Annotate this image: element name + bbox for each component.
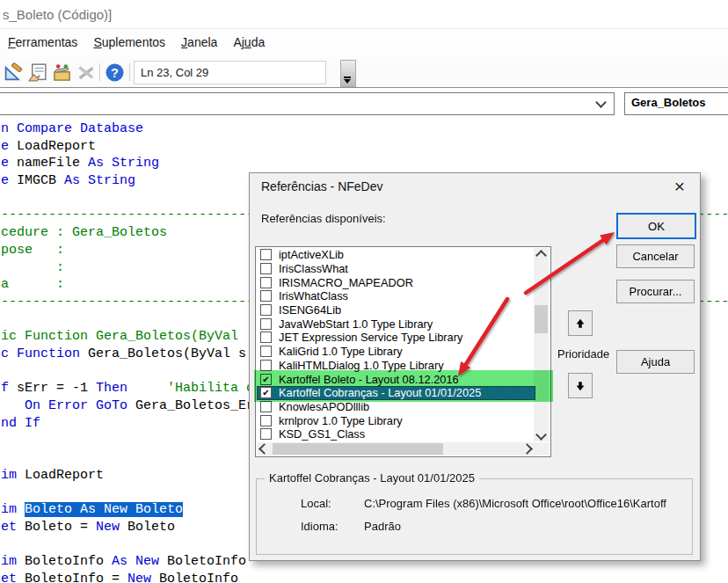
local-value: C:\Program Files (x86)\Microsoft Office\… bbox=[364, 497, 666, 510]
cursor-position-indicator: Ln 23, Col 29 bbox=[134, 61, 326, 84]
reference-row[interactable]: ✔Kartoffel Boleto - Layout 08.12.2016 bbox=[257, 372, 535, 386]
scroll-left-button[interactable] bbox=[257, 442, 271, 455]
checkbox-icon[interactable] bbox=[260, 277, 272, 288]
reference-label: Kartoffel Boleto - Layout 08.12.2016 bbox=[279, 373, 459, 386]
reference-row[interactable]: IrisClassWhat bbox=[257, 262, 535, 276]
reference-label: iptActiveXLib bbox=[279, 248, 344, 261]
browse-button[interactable]: Procurar... bbox=[616, 280, 695, 303]
dialog-titlebar[interactable]: Referências - NFeDev × bbox=[250, 173, 700, 200]
reference-row[interactable]: KSD_GS1_Class bbox=[257, 427, 535, 441]
chevron-down-icon bbox=[344, 79, 351, 84]
checkbox-icon[interactable] bbox=[260, 290, 272, 302]
vba-editor-window: { "window": { "title": "s_Boleto (Código… bbox=[0, 0, 728, 583]
vertical-scrollbar-thumb[interactable] bbox=[535, 305, 548, 333]
reference-row[interactable]: KaliGrid 1.0 Type Library bbox=[257, 345, 535, 359]
reference-label: ISENG64Lib bbox=[279, 303, 341, 317]
procedure-dropdown[interactable]: Gera_Boletos bbox=[624, 92, 728, 115]
checkbox-icon[interactable] bbox=[260, 304, 272, 316]
scrollbar-corner bbox=[534, 442, 549, 455]
cancel-button[interactable]: Cancelar bbox=[616, 244, 695, 268]
arrow-up-icon bbox=[574, 317, 586, 330]
references-rows: iptActiveXLibIrisClassWhatIRISMACRO_MAPE… bbox=[257, 248, 535, 441]
code-line: e nameFile As String bbox=[0, 155, 728, 172]
svg-text:?: ? bbox=[111, 66, 119, 80]
checkbox-checked-icon[interactable]: ✔ bbox=[260, 387, 272, 398]
reference-label: JavaWebStart 1.0 Type Library bbox=[279, 317, 433, 331]
help-button[interactable]: Ajuda bbox=[616, 350, 695, 374]
language-label: Idioma: bbox=[301, 520, 339, 533]
local-label: Local: bbox=[301, 497, 331, 510]
toolbar-separator bbox=[99, 63, 100, 81]
close-icon[interactable]: × bbox=[665, 176, 695, 198]
window-title: s_Boleto (Código)] bbox=[3, 7, 112, 22]
checkbox-icon[interactable] bbox=[260, 428, 272, 440]
toolbar-separator bbox=[129, 63, 130, 81]
toolbar-overflow-button[interactable] bbox=[340, 60, 356, 87]
horizontal-scrollbar[interactable] bbox=[257, 442, 534, 455]
checkbox-icon[interactable] bbox=[260, 263, 272, 274]
code-line: et BoletoInfo = New BoletoInfo bbox=[0, 571, 728, 583]
references-listbox[interactable]: iptActiveXLibIrisClassWhatIRISMACRO_MAPE… bbox=[255, 246, 551, 457]
reference-row[interactable]: ISENG64Lib bbox=[257, 303, 535, 317]
priority-label: Prioridade bbox=[557, 347, 609, 361]
reference-row[interactable]: iptActiveXLib bbox=[257, 248, 535, 262]
dialog-title: Referências - NFeDev bbox=[261, 179, 383, 193]
ok-button[interactable]: OK bbox=[616, 213, 696, 239]
reference-label: IrisWhatClass bbox=[279, 289, 348, 302]
reference-row[interactable]: IrisWhatClass bbox=[257, 289, 535, 303]
properties-window-icon[interactable] bbox=[27, 62, 47, 83]
reference-label: Kartoffel Cobranças - Layout 01/01/2025 bbox=[279, 386, 481, 399]
reference-row[interactable]: krnlprov 1.0 Type Library bbox=[257, 413, 535, 427]
checkbox-icon[interactable] bbox=[260, 401, 272, 412]
menu-suplementos[interactable]: Suplementos bbox=[85, 29, 173, 55]
object-dropdown[interactable] bbox=[0, 92, 615, 115]
checkbox-icon[interactable] bbox=[260, 318, 272, 330]
code-line: n Compare Database bbox=[0, 120, 728, 138]
scroll-up-button[interactable] bbox=[534, 248, 549, 262]
reference-row[interactable]: JavaWebStart 1.0 Type Library bbox=[257, 317, 535, 331]
code-window-header: Gera_Boletos bbox=[0, 91, 728, 118]
priority-down-button[interactable] bbox=[568, 373, 593, 398]
language-value: Padrão bbox=[364, 520, 401, 533]
available-references-label: Referências disponíveis: bbox=[261, 212, 386, 225]
checkbox-icon[interactable] bbox=[260, 346, 272, 357]
reference-label: JET Expression Service Type Library bbox=[279, 331, 462, 344]
reference-label: krnlprov 1.0 Type Library bbox=[279, 414, 403, 427]
reference-row[interactable]: ✔Kartoffel Cobranças - Layout 01/01/2025 bbox=[257, 386, 535, 400]
checkbox-checked-icon[interactable]: ✔ bbox=[260, 374, 272, 385]
menu-bar: FerramentasSuplementosJanelaAjuda bbox=[0, 29, 728, 58]
object-browser-icon-disabled[interactable] bbox=[76, 62, 97, 83]
checkbox-icon[interactable] bbox=[260, 249, 272, 260]
menu-ajuda[interactable]: Ajuda bbox=[225, 29, 273, 55]
reference-row[interactable]: JET Expression Service Type Library bbox=[257, 331, 535, 345]
vertical-scrollbar[interactable] bbox=[534, 248, 549, 441]
design-mode-icon[interactable] bbox=[3, 62, 23, 83]
toolbox-icon[interactable] bbox=[52, 62, 72, 83]
references-dialog: Referências - NFeDev × Referências dispo… bbox=[249, 172, 701, 561]
window-titlebar: s_Boleto (Código)] bbox=[0, 0, 728, 29]
scroll-down-button[interactable] bbox=[534, 427, 549, 441]
reference-details-legend: Kartoffel Cobranças - Layout 01/01/2025 bbox=[265, 471, 479, 485]
help-icon[interactable]: ? bbox=[105, 62, 125, 83]
reference-label: KSD_GS1_Class bbox=[279, 427, 365, 441]
reference-row[interactable]: KaliHTMLDialog 1.0 Type Library bbox=[257, 359, 535, 373]
code-line: e LoadReport bbox=[0, 138, 728, 156]
horizontal-scrollbar-thumb[interactable] bbox=[273, 443, 443, 455]
arrow-down-icon bbox=[574, 380, 586, 392]
toolbar: ? Ln 23, Col 29 bbox=[0, 58, 728, 87]
reference-label: KaliGrid 1.0 Type Library bbox=[279, 345, 403, 358]
reference-label: KaliHTMLDialog 1.0 Type Library bbox=[279, 359, 444, 372]
checkbox-icon[interactable] bbox=[260, 360, 272, 371]
chevron-down-icon bbox=[595, 97, 607, 108]
reference-label: IrisClassWhat bbox=[279, 262, 348, 275]
scroll-right-button[interactable] bbox=[520, 442, 534, 455]
menu-janela[interactable]: Janela bbox=[173, 29, 225, 55]
priority-up-button[interactable] bbox=[568, 310, 593, 336]
reference-row[interactable]: KnowlesAPODlllib bbox=[257, 400, 535, 414]
menu-ferramentas[interactable]: Ferramentas bbox=[0, 29, 85, 55]
toolbar-overflow-bar bbox=[344, 77, 351, 78]
reference-row[interactable]: IRISMACRO_MAPEADOR bbox=[257, 275, 535, 289]
checkbox-icon[interactable] bbox=[260, 332, 272, 343]
reference-label: KnowlesAPODlllib bbox=[279, 400, 369, 413]
checkbox-icon[interactable] bbox=[260, 415, 272, 426]
